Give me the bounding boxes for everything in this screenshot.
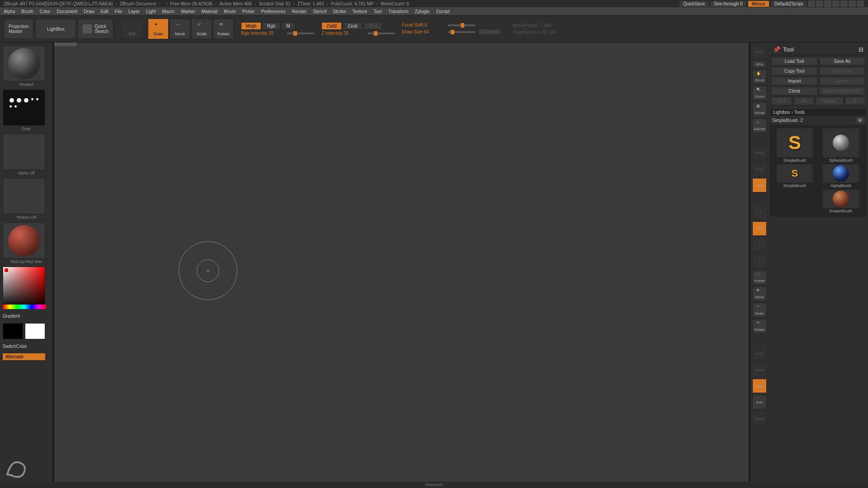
layout2-icon[interactable] — [816, 0, 823, 7]
move-mode-button[interactable]: ↔Move — [170, 19, 190, 39]
secondary-color-swatch[interactable] — [3, 323, 23, 339]
restore-icon[interactable] — [849, 0, 856, 7]
solo-button[interactable]: Solo — [752, 395, 767, 409]
persp-button[interactable]: Persp — [752, 145, 767, 160]
menu-color[interactable]: Color — [40, 9, 51, 14]
paste-tool-button[interactable]: Paste Tool — [819, 67, 866, 75]
menu-texture[interactable]: Texture — [352, 9, 367, 14]
projection-master-button[interactable]: Projection Master — [4, 19, 33, 39]
import-button[interactable]: Import — [771, 77, 818, 85]
save-as-button[interactable]: Save As — [819, 57, 866, 66]
clone-button[interactable]: Clone — [771, 87, 818, 95]
menu-stencil[interactable]: Stencil — [313, 9, 326, 14]
alternate-button[interactable]: Alternate — [3, 353, 45, 360]
draw-size-slider[interactable]: Draw Size 64 Dynamic — [402, 28, 502, 35]
canvas-tab[interactable] — [54, 42, 77, 46]
edit-mode-button[interactable]: Edit — [122, 19, 142, 39]
goz-button[interactable]: GoZ — [771, 97, 792, 105]
mrgb-button[interactable]: Mrgb — [241, 22, 261, 30]
aahalf-button[interactable]: ▱AAHalf — [752, 118, 767, 133]
zsub-button[interactable]: Zsub — [343, 22, 363, 30]
z-intensity-slider[interactable]: Z Intensity 25 — [321, 31, 395, 36]
tool-item-simplebrush-2[interactable]: S SimpleBrush — [773, 164, 817, 188]
z-button[interactable]: Z — [752, 254, 767, 268]
zoom-button[interactable]: 🔍Zoom — [752, 86, 767, 100]
default-script[interactable]: DefaultZScript — [771, 1, 807, 7]
menu-material[interactable]: Material — [202, 9, 218, 14]
canvas-viewport[interactable]: ✛ — [54, 42, 749, 482]
seethrough-slider[interactable]: See-through 0 — [710, 1, 746, 7]
goz-visible-button[interactable]: Visible — [816, 97, 844, 105]
rotate-mode-button[interactable]: ⟲Rotate — [213, 19, 234, 39]
tool-r-button[interactable]: R — [856, 117, 864, 123]
local-button[interactable]: Local — [752, 178, 767, 192]
primary-color-swatch[interactable] — [25, 323, 45, 339]
menu-render[interactable]: Render — [292, 9, 307, 14]
resize-handle[interactable] — [425, 483, 443, 486]
menus-button[interactable]: Menus — [748, 1, 769, 7]
quicksave-button[interactable]: QuickSave — [679, 1, 708, 7]
tool-item-simplebrush[interactable]: S SimpleBrush — [773, 128, 817, 163]
material-swatch[interactable] — [3, 222, 45, 258]
rgb-button[interactable]: Rgb — [262, 22, 280, 30]
scroll-button[interactable]: ✋Scroll — [752, 70, 767, 84]
load-tool-button[interactable]: Load Tool — [771, 57, 818, 66]
nav-rotate-button[interactable]: ⟲Rotate — [752, 319, 767, 333]
stroke-swatch[interactable] — [3, 89, 45, 126]
menu-movie[interactable]: Movie — [224, 9, 236, 14]
menu-stroke[interactable]: Stroke — [333, 9, 346, 14]
quick-sketch-button[interactable]: Quick Sketch — [78, 19, 113, 39]
minimize-icon[interactable] — [832, 0, 840, 7]
rgb-intensity-slider[interactable]: Rgb Intensity 25 — [241, 31, 314, 36]
texture-swatch[interactable] — [3, 178, 45, 214]
pin-icon[interactable]: 📌 — [773, 46, 780, 53]
goz-all-button[interactable]: All — [793, 97, 814, 105]
make-polymesh-button[interactable]: Make PolyMesh3D — [819, 87, 866, 95]
dynamic-button[interactable]: Dynamic — [478, 28, 502, 35]
m-button[interactable]: M — [281, 22, 295, 30]
maximize-icon[interactable] — [840, 0, 848, 7]
copy-tool-button[interactable]: Copy Tool — [771, 67, 818, 75]
alpha-swatch[interactable] — [3, 134, 45, 170]
layout-icon[interactable] — [808, 0, 815, 7]
y-button[interactable]: Y — [752, 238, 767, 252]
zadd-button[interactable]: Zadd — [321, 22, 342, 30]
nav-scale-button[interactable]: ⤢Scale — [752, 303, 767, 317]
menu-zplugin[interactable]: Zplugin — [415, 9, 430, 14]
switch-color-button[interactable]: SwitchColor — [3, 344, 50, 349]
color-picker[interactable] — [3, 267, 45, 309]
home-icon[interactable] — [824, 0, 831, 7]
menu-picker[interactable]: Picker — [242, 9, 255, 14]
lightbox-tools-label[interactable]: Lightbox › Tools — [770, 109, 866, 116]
export-button[interactable]: Export — [819, 77, 866, 85]
ghost-button[interactable]: Ghost — [752, 379, 767, 393]
focal-shift-slider[interactable]: Focal Shift 0 — [402, 23, 502, 28]
collapse-icon[interactable]: ⊟ — [859, 46, 863, 53]
menu-zscript[interactable]: Zscript — [436, 9, 449, 14]
menu-tool[interactable]: Tool — [373, 9, 382, 14]
gradient-label[interactable]: Gradient — [3, 314, 50, 319]
transp-button[interactable]: Transp — [752, 362, 767, 377]
spix-button[interactable]: SPix — [752, 61, 767, 68]
nav-move-button[interactable]: ✥Move — [752, 286, 767, 301]
menu-document[interactable]: Document — [57, 9, 78, 14]
zcut-button[interactable]: Zcut — [363, 22, 382, 30]
actual-button[interactable]: ▦Actual — [752, 102, 767, 117]
menu-brush[interactable]: Brush — [22, 9, 33, 14]
goz-r-button[interactable]: R — [845, 97, 865, 105]
menu-marker[interactable]: Marker — [181, 9, 195, 14]
shading-swatch[interactable] — [3, 45, 45, 81]
menu-transform[interactable]: Transform — [388, 9, 408, 14]
xyz-button[interactable]: XYZ — [752, 221, 767, 236]
menu-light[interactable]: Light — [146, 9, 156, 14]
bpr-button[interactable]: BPR — [752, 44, 767, 59]
close-icon[interactable] — [857, 0, 864, 7]
hue-strip[interactable] — [3, 305, 46, 309]
lightbox-button[interactable]: LightBox — [35, 19, 76, 39]
xpose-button[interactable]: Xpose — [752, 411, 767, 426]
menu-preferences[interactable]: Preferences — [261, 9, 286, 14]
menu-draw[interactable]: Draw — [84, 9, 94, 14]
tool-item-spherebrush[interactable]: SphereBrush — [819, 128, 863, 163]
scale-mode-button[interactable]: ⤢Scale — [191, 19, 212, 39]
floor-button[interactable]: Floor — [752, 162, 767, 176]
